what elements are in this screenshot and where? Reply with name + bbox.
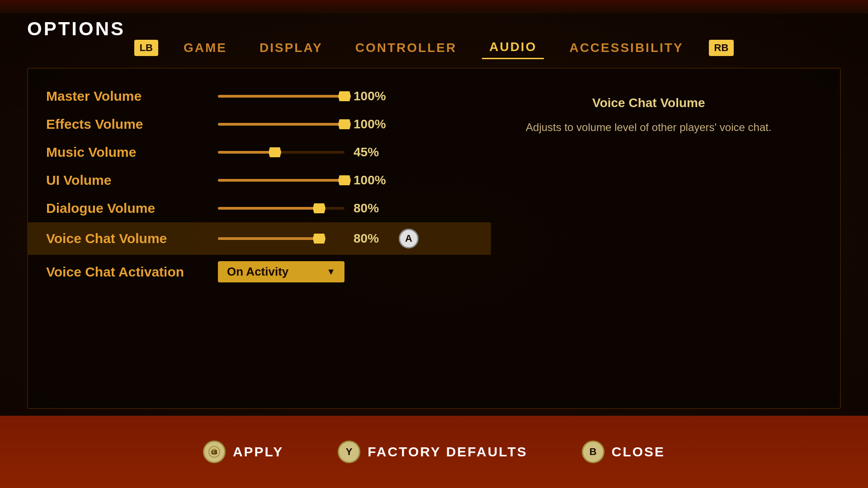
master-volume-fill (218, 95, 344, 98)
voice-chat-volume-track[interactable] (218, 237, 344, 240)
bottom-toolbar: LS APPLY Y FACTORY DEFAULTS B CLOSE (0, 416, 868, 488)
effects-volume-value: 100% (354, 117, 386, 131)
factory-defaults-button[interactable]: Y FACTORY DEFAULTS (338, 441, 528, 463)
dropdown-arrow-icon: ▼ (326, 267, 335, 277)
voice-chat-volume-fill (218, 237, 319, 240)
voice-chat-volume-slider-container[interactable]: 80% A (218, 229, 473, 249)
effects-volume-fill (218, 123, 344, 126)
master-volume-label: Master Volume (46, 89, 218, 104)
setting-row-voice-chat-activation: Voice Chat Activation On Activity ▼ (46, 255, 473, 289)
music-volume-fill (218, 151, 275, 154)
lb-button[interactable]: LB (134, 40, 158, 56)
tab-audio[interactable]: AUDIO (482, 36, 544, 59)
voice-chat-volume-label: Voice Chat Volume (46, 231, 218, 246)
voice-chat-volume-value: 80% (354, 231, 385, 246)
dialogue-volume-slider-container[interactable]: 80% (218, 201, 473, 216)
rb-button[interactable]: RB (709, 40, 734, 56)
effects-volume-label: Effects Volume (46, 117, 218, 132)
setting-row-ui-volume: UI Volume 100% (46, 166, 473, 194)
ui-volume-value: 100% (354, 173, 386, 188)
music-volume-slider-container[interactable]: 45% (218, 145, 473, 160)
effects-volume-thumb[interactable] (338, 119, 351, 129)
a-button-icon: A (399, 229, 419, 249)
setting-row-voice-chat-volume: Voice Chat Volume 80% A (28, 222, 491, 255)
close-label: CLOSE (612, 444, 665, 460)
content-panel: Master Volume 100% Effects Volume (27, 68, 841, 409)
setting-row-dialogue-volume: Dialogue Volume 80% (46, 194, 473, 222)
music-volume-track[interactable] (218, 151, 344, 154)
y-button-icon: Y (338, 441, 360, 463)
close-button[interactable]: B CLOSE (582, 441, 665, 463)
effects-volume-slider-container[interactable]: 100% (218, 117, 473, 131)
ui-volume-fill (218, 179, 344, 182)
music-volume-value: 45% (354, 145, 385, 160)
info-panel-title: Voice Chat Volume (494, 96, 804, 110)
dialogue-volume-value: 80% (354, 201, 385, 216)
ui-volume-track[interactable] (218, 179, 344, 182)
music-volume-thumb[interactable] (269, 147, 281, 157)
ls-icon: LS (203, 441, 226, 463)
music-volume-label: Music Volume (46, 145, 218, 160)
tab-controller[interactable]: CONTROLLER (348, 37, 464, 59)
setting-row-music-volume: Music Volume 45% (46, 138, 473, 166)
apply-button[interactable]: LS APPLY (203, 441, 283, 463)
effects-volume-track[interactable] (218, 123, 344, 126)
content-inner: Master Volume 100% Effects Volume (46, 82, 822, 394)
settings-area: Master Volume 100% Effects Volume (46, 82, 473, 289)
master-volume-thumb[interactable] (338, 91, 351, 101)
info-panel: Voice Chat Volume Adjusts to volume leve… (494, 96, 804, 136)
apply-label: APPLY (233, 444, 283, 460)
voice-chat-volume-thumb[interactable] (313, 234, 326, 244)
setting-row-master-volume: Master Volume 100% (46, 82, 473, 110)
voice-chat-activation-label: Voice Chat Activation (46, 264, 218, 280)
setting-row-effects-volume: Effects Volume 100% (46, 110, 473, 138)
tab-display[interactable]: DISPLAY (252, 37, 330, 59)
ui-volume-label: UI Volume (46, 173, 218, 188)
info-panel-description: Adjusts to volume level of other players… (494, 119, 804, 136)
b-button-icon: B (582, 441, 604, 463)
ui-volume-slider-container[interactable]: 100% (218, 173, 473, 188)
dialogue-volume-thumb[interactable] (313, 203, 326, 213)
dropdown-value: On Activity (227, 265, 288, 279)
master-volume-track[interactable] (218, 95, 344, 98)
svg-text:LS: LS (212, 450, 217, 455)
ui-volume-thumb[interactable] (338, 175, 351, 185)
tab-accessibility[interactable]: ACCESSIBILITY (562, 37, 690, 59)
dialogue-volume-track[interactable] (218, 207, 344, 210)
top-bar (0, 0, 868, 14)
nav-tabs: LB GAME DISPLAY CONTROLLER AUDIO ACCESSI… (0, 36, 868, 59)
dialogue-volume-label: Dialogue Volume (46, 201, 218, 216)
master-volume-value: 100% (354, 89, 386, 103)
dialogue-volume-fill (218, 207, 319, 210)
tab-game[interactable]: GAME (176, 37, 234, 59)
voice-chat-activation-dropdown[interactable]: On Activity ▼ (218, 261, 344, 282)
factory-defaults-label: FACTORY DEFAULTS (368, 444, 528, 460)
master-volume-slider-container[interactable]: 100% (218, 89, 473, 103)
